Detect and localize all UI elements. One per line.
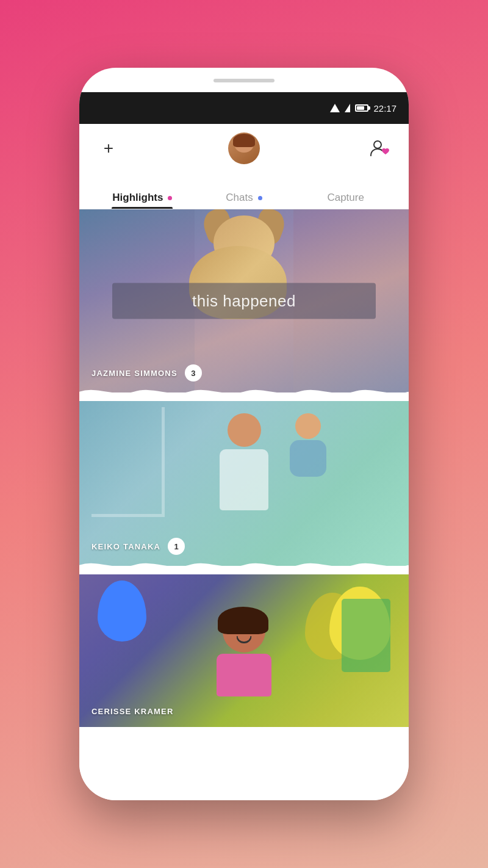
girl-container <box>217 610 271 696</box>
dad-container <box>220 413 268 510</box>
avatar[interactable] <box>228 132 260 164</box>
chats-dot <box>258 196 262 200</box>
app-header: + <box>79 124 409 173</box>
story-card-jazmine[interactable]: this happened JAZMINE SIMMONS 3 <box>79 209 409 392</box>
tab-highlights[interactable]: Highlights <box>92 192 193 209</box>
scroll-area[interactable]: this happened JAZMINE SIMMONS 3 <box>79 209 409 800</box>
tab-chats[interactable]: Chats <box>193 192 295 209</box>
status-bar: 22:17 <box>79 92 409 124</box>
person-heart-icon[interactable] <box>367 136 392 161</box>
baby-body <box>290 440 326 477</box>
girl-smile <box>237 636 252 643</box>
dad-body <box>220 449 268 510</box>
this-happened-text: this happened <box>192 292 296 310</box>
wavy-separator-1 <box>79 384 409 401</box>
keiko-name: KEIKO TANAKA <box>92 542 160 551</box>
stair-element <box>92 407 165 517</box>
baby-head <box>295 413 321 439</box>
svg-point-0 <box>374 141 381 148</box>
green-person-element <box>342 599 390 672</box>
tabs-bar: Highlights Chats Capture <box>79 173 409 209</box>
this-happened-overlay: this happened <box>112 283 376 319</box>
baby-container <box>290 413 326 477</box>
cerisse-name: CERISSE KRAMER <box>92 707 174 716</box>
capture-tab-label: Capture <box>327 192 364 204</box>
jazmine-name-badge: JAZMINE SIMMONS 3 <box>92 364 202 382</box>
wifi-icon <box>330 104 340 112</box>
keiko-count: 1 <box>168 538 185 555</box>
content-area: this happened JAZMINE SIMMONS 3 <box>79 209 409 800</box>
story-card-keiko[interactable]: KEIKO TANAKA 1 <box>79 401 409 566</box>
keiko-name-badge: KEIKO TANAKA 1 <box>92 538 185 555</box>
battery-icon <box>355 104 368 112</box>
girl-body <box>217 654 271 696</box>
add-button[interactable]: + <box>96 136 121 161</box>
jazmine-name: JAZMINE SIMMONS <box>92 369 178 378</box>
highlights-underline <box>112 207 173 209</box>
cerisse-name-badge: CERISSE KRAMER <box>92 707 174 716</box>
phone-speaker <box>214 79 274 82</box>
story-card-cerisse[interactable]: CERISSE KRAMER <box>79 574 409 727</box>
wavy-separator-2 <box>79 557 409 574</box>
dad-head <box>228 413 261 447</box>
girl-head <box>223 610 265 653</box>
dog-figure-container <box>177 215 311 338</box>
tab-capture[interactable]: Capture <box>295 192 396 209</box>
status-time: 22:17 <box>373 103 396 114</box>
friend-icon-svg <box>370 139 389 158</box>
highlights-dot <box>168 196 172 200</box>
highlights-tab-label: Highlights <box>112 192 163 204</box>
girl-hair <box>218 607 268 634</box>
signal-icon <box>345 104 350 112</box>
jazmine-count: 3 <box>185 364 202 382</box>
chats-tab-label: Chats <box>226 192 253 204</box>
phone-shell: 22:17 + Highlights Chats <box>79 68 409 800</box>
